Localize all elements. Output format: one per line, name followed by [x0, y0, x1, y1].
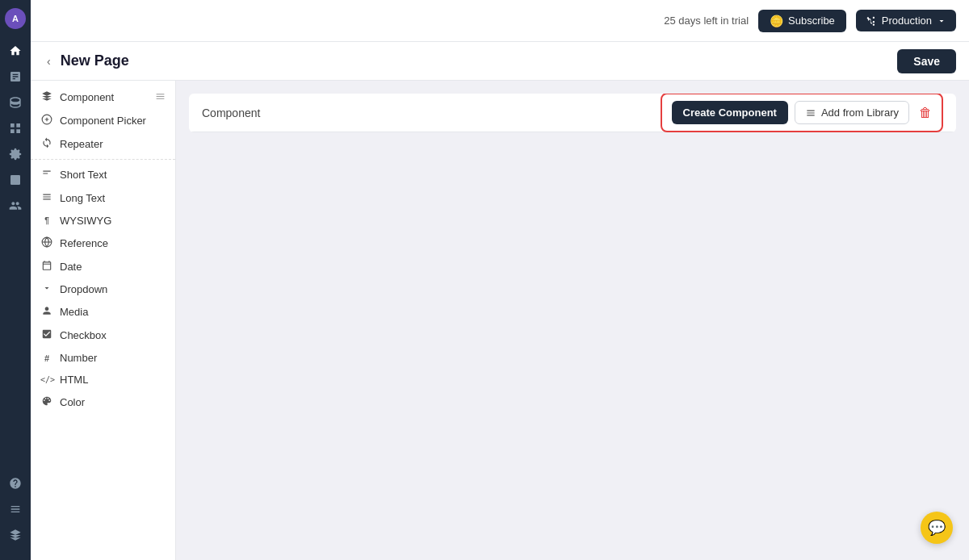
- subscribe-button[interactable]: 🪙 Subscribe: [758, 10, 846, 32]
- left-panel: Component Component Picker: [31, 81, 176, 560]
- panel-item-component[interactable]: Component: [31, 86, 175, 109]
- editor-area: Component Create Component Add from Libr…: [176, 81, 969, 560]
- coin-icon: 🪙: [770, 15, 783, 27]
- panel-item-label: Long Text: [60, 192, 105, 204]
- sidebar-item-help[interactable]: [5, 473, 26, 494]
- panel-item-label: HTML: [60, 374, 88, 386]
- action-box: Create Component Add from Library 🗑: [661, 94, 943, 132]
- content-area: ‹ New Page Save Component: [31, 42, 969, 560]
- page-title: New Page: [61, 52, 129, 69]
- panel-item-label: Component: [60, 91, 114, 103]
- color-icon: [40, 395, 53, 409]
- date-icon: [40, 260, 53, 274]
- long-text-icon: [40, 191, 53, 205]
- menu-icon: [155, 91, 166, 104]
- panel-item-label: Component Picker: [60, 115, 146, 127]
- chat-button[interactable]: 💬: [921, 512, 953, 544]
- reference-icon: [40, 236, 53, 250]
- panel-item-repeater[interactable]: Repeater: [31, 132, 175, 156]
- checkbox-icon: [40, 328, 53, 342]
- panel-item-label: Media: [60, 306, 88, 318]
- dropdown-icon: [40, 283, 53, 295]
- sidebar-item-settings[interactable]: [5, 144, 26, 165]
- component-header: Component Create Component Add from Libr…: [189, 94, 956, 132]
- panel-item-label: WYSIWYG: [60, 215, 111, 227]
- sidebar-item-media[interactable]: [5, 169, 26, 190]
- sidebar-item-grid[interactable]: [5, 118, 26, 139]
- wysiwyg-icon: ¶: [40, 216, 53, 225]
- sidebar-bottom: [5, 473, 26, 545]
- panel-item-media[interactable]: Media: [31, 300, 175, 324]
- panel-item-html[interactable]: </> HTML: [31, 369, 175, 391]
- panel-item-label: Repeater: [60, 138, 103, 150]
- add-from-library-button[interactable]: Add from Library: [795, 101, 909, 124]
- topbar: 25 days left in trial 🪙 Subscribe Produc…: [31, 0, 969, 42]
- repeater-icon: [40, 137, 53, 151]
- panel-item-label: Short Text: [60, 169, 107, 181]
- sidebar-item-home[interactable]: [5, 40, 26, 61]
- panel-item-label: Dropdown: [60, 283, 107, 295]
- media-icon: [40, 305, 53, 319]
- panel-item-color[interactable]: Color: [31, 391, 175, 414]
- svg-point-2: [13, 178, 15, 179]
- panel-item-long-text[interactable]: Long Text: [31, 186, 175, 210]
- chevron-down-icon: [937, 16, 946, 26]
- number-icon: #: [40, 353, 53, 363]
- sidebar-item-database[interactable]: [5, 92, 26, 113]
- save-button[interactable]: Save: [897, 49, 956, 73]
- panel-item-label: Checkbox: [60, 329, 107, 341]
- page-header-left: ‹ New Page: [44, 52, 129, 69]
- component-picker-icon: [40, 114, 53, 127]
- sidebar: A: [0, 0, 31, 560]
- component-row: Component Create Component Add from Libr…: [189, 94, 956, 132]
- chat-icon: 💬: [928, 519, 946, 537]
- html-icon: </>: [40, 375, 53, 384]
- sidebar-item-users[interactable]: [5, 195, 26, 216]
- short-text-icon: [40, 168, 53, 182]
- panel-item-label: Number: [60, 352, 97, 364]
- panel-item-label: Reference: [60, 237, 108, 249]
- sidebar-item-analytics[interactable]: [5, 66, 26, 87]
- component-icon: [40, 90, 53, 104]
- branch-icon: [866, 15, 877, 27]
- production-button[interactable]: Production: [856, 10, 956, 31]
- avatar[interactable]: A: [5, 8, 26, 29]
- create-component-button[interactable]: Create Component: [672, 101, 788, 124]
- sidebar-item-layer[interactable]: [5, 524, 26, 545]
- back-button[interactable]: ‹: [44, 53, 54, 69]
- panel-item-label: Date: [60, 261, 82, 273]
- panel-item-dropdown[interactable]: Dropdown: [31, 278, 175, 300]
- sidebar-item-content[interactable]: [5, 499, 26, 520]
- delete-icon[interactable]: 🗑: [919, 106, 932, 120]
- panel-item-wysiwyg[interactable]: ¶ WYSIWYG: [31, 210, 175, 232]
- panel-item-label: Color: [60, 396, 85, 408]
- main-area: 25 days left in trial 🪙 Subscribe Produc…: [31, 0, 969, 560]
- panel-item-reference[interactable]: Reference: [31, 232, 175, 255]
- panel-item-short-text[interactable]: Short Text: [31, 163, 175, 186]
- page-header: ‹ New Page Save: [31, 42, 969, 81]
- component-header-label: Component: [202, 107, 260, 119]
- body-area: Component Component Picker: [31, 81, 969, 560]
- library-icon: [805, 107, 816, 119]
- panel-item-number[interactable]: # Number: [31, 347, 175, 369]
- panel-item-component-picker[interactable]: Component Picker: [31, 109, 175, 132]
- panel-item-date[interactable]: Date: [31, 255, 175, 278]
- panel-item-checkbox[interactable]: Checkbox: [31, 324, 175, 347]
- trial-text: 25 days left in trial: [664, 15, 749, 27]
